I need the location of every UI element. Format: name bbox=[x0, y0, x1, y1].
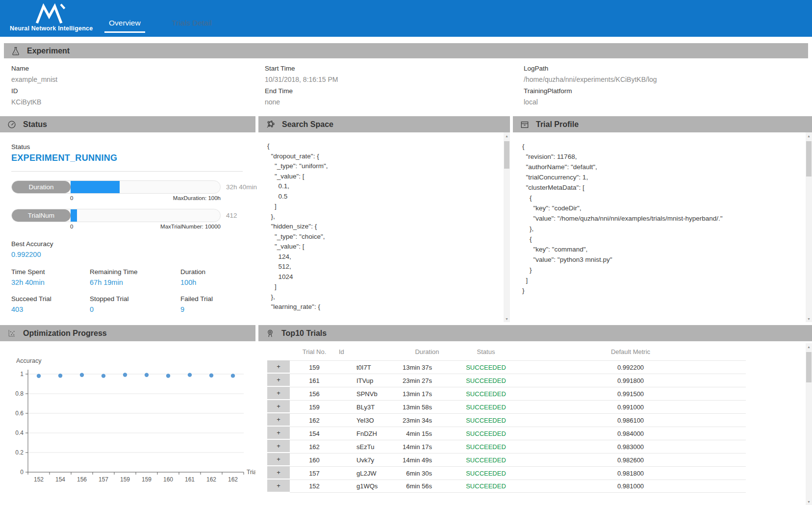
column-header-default-metric: Default Metric bbox=[515, 346, 746, 360]
scroll-up-arrow[interactable]: ▲ bbox=[806, 132, 812, 139]
optimization-section-header: Optimization Progress bbox=[0, 325, 255, 341]
top10-scrollbar[interactable]: ▲▼ bbox=[806, 343, 812, 505]
scroll-down-arrow[interactable]: ▼ bbox=[806, 315, 812, 322]
stat-value: 32h 40min bbox=[11, 278, 90, 286]
field-label: Start Time bbox=[265, 63, 338, 74]
status-badge: SUCCEEDED bbox=[457, 387, 515, 400]
table-row: +156SPNVb13min 17sSUCCEEDED0.991500 bbox=[267, 387, 746, 400]
trial-id-cell: BLy3T bbox=[339, 400, 398, 413]
x-tick-label: 154 bbox=[55, 476, 65, 483]
progress-min: 0 bbox=[70, 224, 73, 229]
stat-label: Succeed Trial bbox=[11, 295, 90, 303]
tab-trials-detail[interactable]: Trials Detail bbox=[168, 19, 216, 33]
default-metric-cell: 0.983000 bbox=[515, 440, 746, 453]
experiment-status-value: EXPERIMENT_RUNNING bbox=[11, 153, 243, 163]
experiment-fields-column: LogPath/home/quzha/nni/experiments/KCiBy… bbox=[524, 63, 657, 108]
y-tick-label: 0 bbox=[20, 469, 24, 476]
duration-cell: 23min 27s bbox=[398, 374, 457, 387]
stat-item: Time Spent32h 40min bbox=[11, 268, 90, 286]
nni-dashboard: Neural Network Intelligence OverviewTria… bbox=[0, 0, 812, 505]
archive-box-icon bbox=[520, 120, 530, 129]
trial-id-cell: t0I7T bbox=[339, 360, 398, 374]
scatter-point bbox=[231, 374, 235, 378]
x-tick-label: 159 bbox=[142, 476, 152, 483]
y-tick-label: 1 bbox=[20, 371, 24, 378]
trial-id-cell: YeI3O bbox=[339, 413, 398, 427]
progress-bars: Duration32h 40min0MaxDuration: 100hTrial… bbox=[11, 180, 243, 229]
trial-id-cell: gL2JW bbox=[339, 466, 398, 480]
progress-scale: 0MaxTrialNumber: 10000 bbox=[70, 222, 221, 229]
scroll-thumb[interactable] bbox=[504, 141, 509, 169]
progress-min: 0 bbox=[70, 195, 73, 201]
progress-max: MaxTrialNumber: 10000 bbox=[160, 224, 221, 229]
stat-label: Duration bbox=[180, 268, 243, 276]
expand-row-button[interactable]: + bbox=[267, 427, 290, 440]
default-metric-cell: 0.991800 bbox=[515, 374, 746, 387]
experiment-section-header: Experiment bbox=[4, 43, 808, 58]
expand-row-button[interactable]: + bbox=[267, 360, 290, 374]
expand-row-button[interactable]: + bbox=[267, 413, 290, 427]
trial-id-cell: g1WQs bbox=[339, 480, 398, 493]
trial-id-cell: Uvk7y bbox=[339, 453, 398, 466]
trial-profile-section-header: Trial Profile bbox=[513, 116, 812, 132]
stat-item: Remaining Time67h 19min bbox=[90, 268, 180, 286]
nni-logo[interactable]: Neural Network Intelligence bbox=[10, 3, 92, 32]
status-section-header: Status bbox=[0, 116, 255, 132]
progress-max: MaxDuration: 100h bbox=[173, 195, 221, 201]
stat-label: Time Spent bbox=[11, 268, 90, 276]
stat-value: 100h bbox=[180, 278, 243, 286]
stat-value: 9 bbox=[180, 305, 243, 313]
trial-profile-scrollbar[interactable]: ▲▼ bbox=[806, 132, 812, 322]
scatter-plot-icon bbox=[7, 328, 17, 338]
column-header-trial-no-: Trial No. bbox=[290, 346, 339, 360]
trial-no-cell: 157 bbox=[290, 466, 339, 480]
expand-row-button[interactable]: + bbox=[267, 374, 290, 387]
scroll-down-arrow[interactable]: ▼ bbox=[806, 498, 812, 505]
status-badge: SUCCEEDED bbox=[457, 453, 515, 466]
duration-cell: 13min 58s bbox=[398, 400, 457, 413]
graph-nodes-icon bbox=[265, 119, 276, 129]
trial-no-cell: 154 bbox=[290, 427, 339, 440]
field-value: 10/31/2018, 8:16:15 PM bbox=[265, 74, 338, 85]
scroll-up-arrow[interactable]: ▲ bbox=[806, 343, 812, 350]
x-tick-label: 161 bbox=[185, 476, 195, 483]
trial-no-cell: 162 bbox=[290, 413, 339, 427]
tab-overview[interactable]: Overview bbox=[104, 19, 145, 33]
trial-no-cell: 152 bbox=[290, 480, 339, 493]
y-tick-label: 0.6 bbox=[15, 410, 24, 417]
expand-row-button[interactable]: + bbox=[267, 453, 290, 466]
medal-icon bbox=[265, 328, 275, 338]
optimization-title: Optimization Progress bbox=[23, 329, 107, 338]
scroll-thumb[interactable] bbox=[806, 141, 812, 177]
field-label: LogPath bbox=[524, 63, 657, 74]
best-accuracy-label: Best Accuracy bbox=[11, 240, 243, 248]
field-value: local bbox=[524, 97, 657, 108]
stat-item: Failed Trial9 bbox=[180, 295, 243, 313]
top10-title: Top10 Trials bbox=[281, 329, 327, 338]
stat-item: Duration100h bbox=[180, 268, 243, 286]
status-badge: SUCCEEDED bbox=[457, 427, 515, 440]
stat-value: 67h 19min bbox=[90, 278, 180, 286]
expand-row-button[interactable]: + bbox=[267, 480, 290, 493]
progress-fill bbox=[71, 209, 77, 222]
trial-no-cell: 159 bbox=[290, 400, 339, 413]
top10-trials-table: Trial No.IdDurationStatusDefault Metric … bbox=[267, 346, 746, 493]
duration-cell: 14min 49s bbox=[398, 453, 457, 466]
scroll-thumb[interactable] bbox=[806, 352, 812, 382]
duration-cell: 23min 34s bbox=[398, 413, 457, 427]
search-space-scrollbar[interactable]: ▲▼ bbox=[504, 132, 510, 322]
x-tick-label: 157 bbox=[99, 476, 108, 483]
field-value: /home/quzha/nni/experiments/KCiBytKB/log bbox=[524, 74, 657, 85]
scroll-down-arrow[interactable]: ▼ bbox=[504, 315, 510, 322]
expand-row-button[interactable]: + bbox=[267, 466, 290, 480]
scroll-up-arrow[interactable]: ▲ bbox=[504, 132, 510, 139]
status-badge: SUCCEEDED bbox=[457, 360, 515, 374]
duration-cell: 6min 56s bbox=[398, 480, 457, 493]
nni-logo-icon bbox=[30, 3, 72, 24]
status-title: Status bbox=[23, 120, 47, 129]
progress-scale: 0MaxDuration: 100h bbox=[70, 194, 221, 201]
expand-row-button[interactable]: + bbox=[267, 400, 290, 413]
expand-row-button[interactable]: + bbox=[267, 387, 290, 400]
search-space-section-header: Search Space bbox=[258, 116, 510, 132]
expand-row-button[interactable]: + bbox=[267, 440, 290, 453]
